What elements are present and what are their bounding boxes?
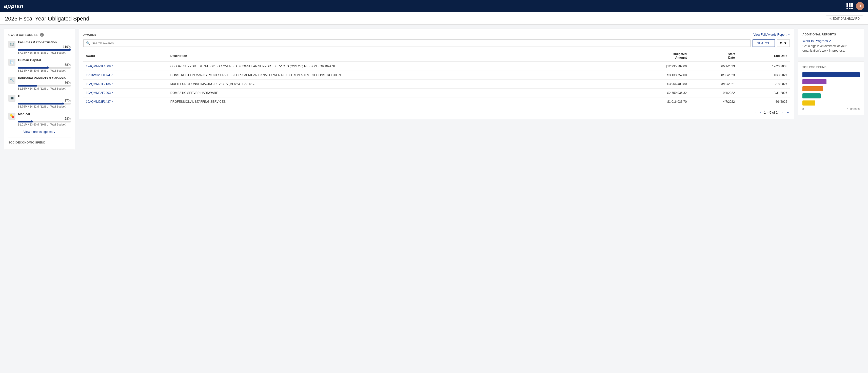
award-link[interactable]: 19AQMM21F7135 ↗: [86, 82, 165, 86]
search-input[interactable]: [92, 41, 748, 45]
pagination-prev-button[interactable]: ‹: [759, 110, 763, 115]
progress-bar-container: [18, 67, 71, 69]
external-link-icon: ↗: [112, 100, 114, 103]
obligated-amount-cell: $2,759,036.32: [622, 89, 689, 97]
filter-button[interactable]: ⚙ ▼: [777, 39, 790, 47]
help-icon[interactable]: ?: [40, 33, 44, 37]
col-header-end-date: End Date: [737, 50, 790, 62]
obligated-amount-cell: $1,016,033.70: [622, 97, 689, 106]
col-header-award: Award: [83, 50, 168, 62]
category-budget: $1.56M / $4.32M (12% of Total Budget): [18, 87, 71, 90]
category-percent: 58%: [18, 63, 71, 67]
award-link[interactable]: 19AQMM22F2903 ↗: [86, 91, 165, 95]
category-details-industrial: Industrial Products & Services 36% $1.56…: [18, 76, 71, 90]
progress-bar-fill: [18, 85, 37, 87]
pagination-next-button[interactable]: ›: [781, 110, 784, 115]
awards-table: Award Description ObligatedAmount StartD…: [83, 50, 790, 106]
category-icon-facilities: 🏢: [8, 41, 16, 48]
start-date-cell: 6/21/2023: [689, 62, 737, 71]
award-id-cell: 19AQMM22F1437 ↗: [83, 97, 168, 106]
progress-bar-container: [18, 49, 71, 50]
end-date-cell: 12/20/2033: [737, 62, 790, 71]
award-id-cell: 19AQMM22F2903 ↗: [83, 89, 168, 97]
additional-reports-title: ADDITIONAL REPORTS: [802, 33, 860, 36]
award-id-cell: 19AQMM21F7135 ↗: [83, 80, 168, 89]
end-date-cell: 10/3/2027: [737, 71, 790, 80]
chart-bar-fill: [802, 93, 820, 98]
chart-bar-fill: [802, 86, 823, 91]
category-percent: 87%: [18, 99, 71, 102]
page-header: 2025 Fiscal Year Obligated Spend ✎ EDIT …: [0, 12, 868, 25]
award-link[interactable]: 191BWC23F0074 ↗: [86, 73, 165, 77]
table-row: 19AQMM21F7135 ↗ MULTI-FUNCTIONAL IMAGING…: [83, 80, 790, 89]
view-more-categories-button[interactable]: View more categories ∨: [8, 130, 71, 134]
progress-marker: [69, 48, 71, 50]
apps-grid-icon[interactable]: [846, 3, 853, 9]
dot: [849, 8, 850, 9]
start-date-cell: 3/19/2021: [689, 80, 737, 89]
appian-logo: appian: [4, 3, 24, 9]
external-link-icon: ↗: [112, 65, 114, 67]
search-button[interactable]: SEARCH: [752, 39, 775, 47]
chart-bar-row: [802, 72, 860, 77]
edit-dashboard-button[interactable]: ✎ EDIT DASHBOARD: [826, 15, 863, 22]
award-id-cell: 191BWC23F0074 ↗: [83, 71, 168, 80]
pagination-last-button[interactable]: »: [786, 110, 790, 115]
category-item-it: 💻 IT 87% $3.75M / $4.32M (12% of Total B…: [8, 94, 71, 108]
description-cell: CONSTRUCTION MANAGEMENT SERVICES FOR AME…: [168, 71, 622, 80]
table-row: 19AQMM23F1609 ↗ GLOBAL SUPPORT STRATEGY …: [83, 62, 790, 71]
category-details-it: IT 87% $3.75M / $4.32M (12% of Total Bud…: [18, 94, 71, 108]
external-link-icon: ↗: [112, 82, 114, 85]
socioeconomic-title: SOCIOECONOMIC SPEND: [8, 141, 71, 144]
categories-title: GWCM CATEGORIES: [8, 33, 38, 36]
avatar[interactable]: U: [856, 2, 864, 10]
obligated-amount-cell: $3,133,752.00: [622, 71, 689, 80]
categories-section-header: GWCM CATEGORIES ?: [8, 33, 71, 37]
work-in-progress-description: Get a high level overview of your organi…: [802, 44, 860, 53]
progress-bar-fill: [18, 121, 33, 123]
category-item-human-capital: 📄 Human Capital 58% $3.13M / $5.40M (15%…: [8, 58, 71, 72]
category-icon-human-capital: 📄: [8, 59, 16, 66]
section-divider: [8, 137, 71, 137]
start-date-cell: 4/7/2022: [689, 97, 737, 106]
table-row: 19AQMM22F1437 ↗ PROFESSIONAL STAFFING SE…: [83, 97, 790, 106]
col-header-obligated-amount: ObligatedAmount: [622, 50, 689, 62]
table-row: 19AQMM22F2903 ↗ DOMESTIC SERVER HARDWARE…: [83, 89, 790, 97]
top-navigation: appian U: [0, 0, 868, 12]
progress-marker: [46, 66, 49, 68]
chart-bar-fill: [802, 79, 827, 84]
chart-bar-fill: [802, 72, 860, 77]
work-in-progress-link[interactable]: Work In Progress ↗: [802, 39, 860, 43]
chart-axis: 0 10000000: [802, 107, 860, 110]
table-row: 191BWC23F0074 ↗ CONSTRUCTION MANAGEMENT …: [83, 71, 790, 80]
obligated-amount-cell: $3,966,403.80: [622, 80, 689, 89]
category-icon-it: 💻: [8, 95, 16, 102]
external-link-icon: ↗: [111, 73, 113, 76]
pagination-first-button[interactable]: «: [754, 110, 758, 115]
page-title: 2025 Fiscal Year Obligated Spend: [5, 15, 89, 22]
pagination-info: 1 – 5 of 24: [764, 110, 779, 114]
category-item-medical: 💊 Medical 28% $1.01M / $3.60M (10% of To…: [8, 112, 71, 126]
left-panel: GWCM CATEGORIES ? 🏢 Facilities & Constru…: [4, 29, 75, 150]
category-budget: $1.01M / $3.60M (10% of Total Budget): [18, 123, 71, 126]
search-box: 🔍: [83, 39, 750, 47]
progress-marker: [31, 120, 33, 122]
award-link[interactable]: 19AQMM23F1609 ↗: [86, 65, 165, 68]
award-link[interactable]: 19AQMM22F1437 ↗: [86, 100, 165, 103]
category-budget: $3.75M / $4.32M (12% of Total Budget): [18, 105, 71, 108]
start-date-cell: 8/30/2023: [689, 71, 737, 80]
view-full-awards-link[interactable]: View Full Awards Report ↗: [753, 33, 790, 36]
description-cell: DOMESTIC SERVER HARDWARE: [168, 89, 622, 97]
category-percent: 119%: [18, 45, 71, 48]
description-cell: MULTI-FUNCTIONAL IMAGING DEVICES (MFD'S)…: [168, 80, 622, 89]
award-id-cell: 19AQMM23F1609 ↗: [83, 62, 168, 71]
category-details-human-capital: Human Capital 58% $3.13M / $5.40M (15% o…: [18, 58, 71, 72]
category-item-facilities: 🏢 Facilities & Construction 119% $7.73M …: [8, 40, 71, 54]
progress-bar-fill: [18, 103, 64, 104]
category-name: Human Capital: [18, 58, 71, 62]
top-psc-title: TOP PSC SPEND: [802, 66, 860, 69]
end-date-cell: 8/31/2027: [737, 89, 790, 97]
chart-bar-row: [802, 86, 860, 91]
dot: [846, 8, 848, 9]
category-details-facilities: Facilities & Construction 119% $7.73M / …: [18, 40, 71, 54]
